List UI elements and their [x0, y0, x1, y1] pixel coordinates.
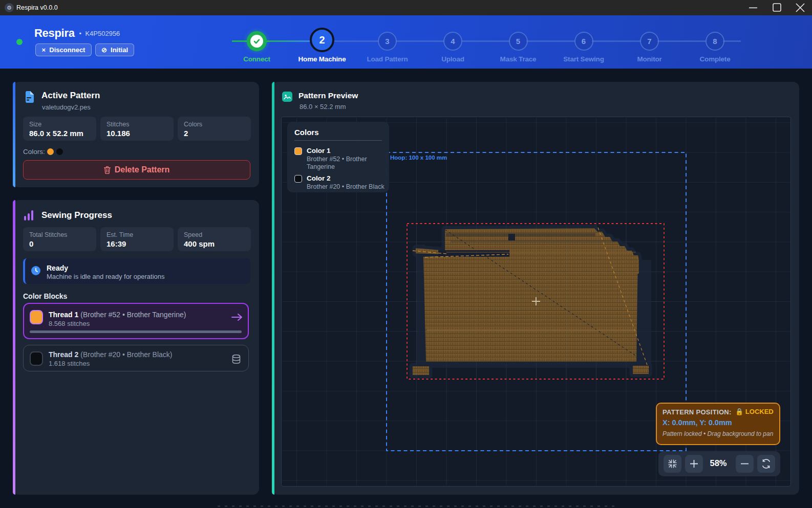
svg-text:Hoop: 100 x 100 mm: Hoop: 100 x 100 mm — [390, 154, 447, 161]
